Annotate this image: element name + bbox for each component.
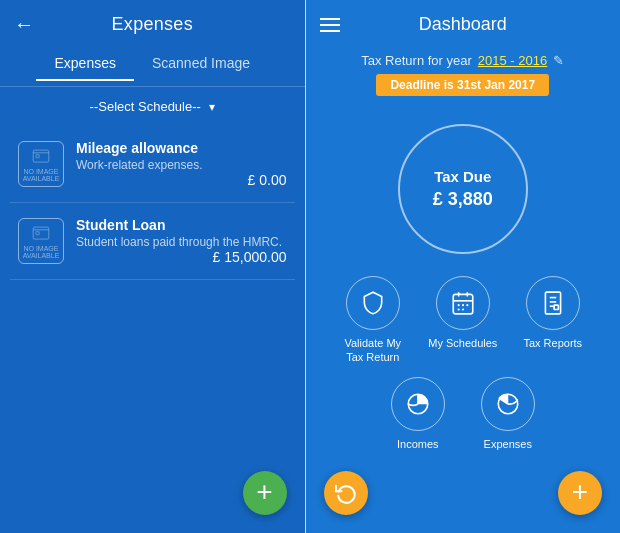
hamburger-menu-button[interactable] — [320, 18, 340, 32]
action-grid-row2: Incomes Expenses — [306, 373, 620, 461]
left-header: ← Expenses — [0, 0, 305, 49]
expense-icon-label-student-loan: NO IMAGE AVAILABLE — [22, 245, 60, 260]
expense-amount-mileage: £ 0.00 — [76, 172, 287, 188]
svg-rect-17 — [554, 305, 558, 309]
expenses-icon-circle — [481, 377, 535, 431]
action-grid-row1: Validate My Tax Return My Schedules — [306, 270, 620, 373]
expense-icon-label-mileage: NO IMAGE AVAILABLE — [22, 168, 60, 183]
expense-desc-mileage: Work-related expenses. — [76, 158, 287, 172]
action-schedules[interactable]: My Schedules — [427, 276, 499, 365]
schedules-icon-circle — [436, 276, 490, 330]
action-reports[interactable]: Tax Reports — [517, 276, 589, 365]
expense-icon-mileage: NO IMAGE AVAILABLE — [18, 141, 64, 187]
action-expenses[interactable]: Expenses — [472, 377, 544, 451]
back-button[interactable]: ← — [14, 13, 34, 36]
tax-due-amount: £ 3,880 — [433, 189, 493, 210]
expense-item-student-loan[interactable]: NO IMAGE AVAILABLE Student Loan Student … — [10, 203, 295, 280]
select-schedule-label: --Select Schedule-- — [90, 99, 201, 114]
tab-expenses[interactable]: Expenses — [36, 49, 133, 81]
tab-scanned-image[interactable]: Scanned Image — [134, 49, 268, 80]
tabs-row: Expenses Scanned Image — [0, 49, 305, 87]
incomes-icon-circle — [391, 377, 445, 431]
plus-icon: + — [256, 478, 272, 506]
tax-return-text: Tax Return for year — [361, 53, 472, 68]
expense-amount-student-loan: £ 15,000.00 — [76, 249, 287, 265]
chevron-down-icon: ▾ — [209, 100, 215, 114]
expense-desc-student-loan: Student loans paid through the HMRC. — [76, 235, 287, 249]
reports-icon-circle — [526, 276, 580, 330]
left-panel: ← Expenses Expenses Scanned Image --Sele… — [0, 0, 305, 533]
action-incomes[interactable]: Incomes — [382, 377, 454, 451]
fab-row: + — [306, 471, 620, 515]
svg-point-1 — [36, 154, 39, 157]
action-validate[interactable]: Validate My Tax Return — [337, 276, 409, 365]
expenses-label: Expenses — [484, 437, 532, 451]
right-header: Dashboard — [306, 0, 620, 49]
expense-info-mileage: Mileage allowance Work-related expenses.… — [76, 140, 287, 188]
schedules-label: My Schedules — [428, 336, 497, 350]
reports-label: Tax Reports — [523, 336, 582, 350]
edit-icon[interactable]: ✎ — [553, 53, 564, 68]
expense-item-mileage[interactable]: NO IMAGE AVAILABLE Mileage allowance Wor… — [10, 126, 295, 203]
add-button[interactable]: + — [558, 471, 602, 515]
tax-return-year-link[interactable]: 2015 - 2016 — [478, 53, 547, 68]
tax-due-label: Tax Due — [434, 168, 491, 185]
tax-circle: Tax Due £ 3,880 — [398, 124, 528, 254]
right-panel: Dashboard Tax Return for year 2015 - 201… — [306, 0, 620, 533]
validate-icon-circle — [346, 276, 400, 330]
add-expense-button[interactable]: + — [243, 471, 287, 515]
tax-circle-container: Tax Due £ 3,880 — [306, 114, 620, 270]
svg-point-3 — [36, 231, 39, 234]
select-schedule-row[interactable]: --Select Schedule-- ▾ — [0, 87, 305, 126]
expense-name-mileage: Mileage allowance — [76, 140, 287, 156]
tax-return-row: Tax Return for year 2015 - 2016 ✎ — [306, 49, 620, 74]
svg-rect-13 — [545, 292, 560, 314]
refresh-button[interactable] — [324, 471, 368, 515]
right-panel-title: Dashboard — [419, 14, 507, 35]
incomes-label: Incomes — [397, 437, 439, 451]
expense-icon-student-loan: NO IMAGE AVAILABLE — [18, 218, 64, 264]
expense-name-student-loan: Student Loan — [76, 217, 287, 233]
deadline-badge: Deadline is 31st Jan 2017 — [376, 74, 549, 96]
plus-icon-right: + — [572, 478, 588, 506]
expense-info-student-loan: Student Loan Student loans paid through … — [76, 217, 287, 265]
left-panel-title: Expenses — [112, 14, 193, 35]
validate-label: Validate My Tax Return — [337, 336, 409, 365]
